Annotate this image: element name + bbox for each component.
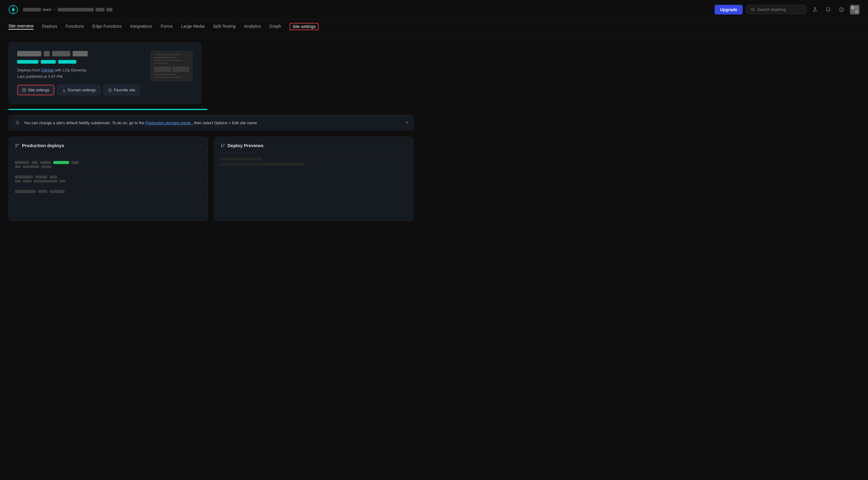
svg-point-9: [63, 90, 64, 91]
svg-marker-10: [108, 88, 112, 92]
svg-point-11: [16, 121, 19, 124]
deploy-chevron: ›: [200, 162, 202, 167]
svg-point-8: [24, 90, 25, 91]
site-card-left: Deploys from GitHub with 11ty Eleventy. …: [17, 51, 150, 95]
breadcrumb-site-blur2: [96, 8, 104, 11]
svg-point-1: [12, 9, 14, 10]
info-banner-text: You can change a site's default Netlify …: [24, 121, 407, 125]
deploy-item-content: [15, 176, 200, 182]
deploy-item[interactable]: ›: [15, 172, 202, 186]
deploy-item-content: [15, 161, 200, 168]
bulb-icon: [15, 120, 20, 125]
progress-bar-fill: [8, 109, 207, 110]
breadcrumb-sep: >: [53, 7, 56, 12]
top-bar: team > Upgrade Search anything: [0, 0, 868, 19]
site-settings-button[interactable]: Site settings: [17, 85, 54, 95]
nav-site-overview[interactable]: Site overview: [8, 24, 33, 30]
site-title: [17, 51, 150, 56]
site-actions: Site settings Domain settings Favor: [17, 85, 150, 95]
breadcrumb-team-blur: [23, 8, 41, 11]
production-domains-link[interactable]: Production domains panel: [146, 121, 192, 125]
favorite-site-button[interactable]: Favorite site: [103, 85, 140, 95]
deploy-chevron: ›: [200, 190, 202, 194]
github-link[interactable]: GitHub: [41, 68, 55, 72]
info-banner: You can change a site's default Netlify …: [8, 115, 413, 130]
breadcrumb: team >: [23, 7, 113, 12]
nav-graph[interactable]: Graph: [270, 24, 281, 29]
bell-button[interactable]: [824, 5, 833, 14]
nav-site-settings[interactable]: Site settings: [290, 23, 318, 30]
site-card: Deploys from GitHub with 11ty Eleventy. …: [8, 42, 201, 104]
flask-button[interactable]: [810, 5, 820, 14]
search-box[interactable]: Search anything: [746, 5, 807, 14]
site-meta: Deploys from GitHub with 11ty Eleventy.: [17, 68, 150, 72]
deploy-item[interactable]: ›: [15, 157, 202, 172]
logo-area: [8, 5, 18, 14]
top-bar-right: Upgrade Search anything: [715, 5, 860, 14]
cards-row: Production deploys ›: [8, 137, 413, 221]
production-deploys-title: Production deploys: [15, 143, 64, 148]
nav-deploys[interactable]: Deploys: [42, 24, 57, 29]
main-content: Deploys from GitHub with 11ty Eleventy. …: [0, 34, 422, 221]
production-deploys-chevron[interactable]: ›: [200, 144, 202, 148]
breadcrumb-site-blur3: [106, 8, 113, 11]
git-pull-request-icon: [220, 143, 225, 148]
domain-settings-button[interactable]: Domain settings: [57, 85, 100, 95]
bell-icon: [826, 7, 831, 12]
git-branch-icon: [15, 143, 20, 148]
avatar[interactable]: [850, 5, 860, 14]
svg-point-13: [18, 144, 19, 145]
star-icon: [108, 88, 112, 92]
nav-split-testing[interactable]: Split Testing: [213, 24, 236, 29]
svg-point-7: [841, 10, 841, 11]
nav-analytics[interactable]: Analytics: [244, 24, 261, 29]
breadcrumb-team-label: team: [43, 7, 52, 12]
nav-forms[interactable]: Forms: [161, 24, 173, 29]
netlify-logo: [8, 5, 18, 14]
info-banner-close[interactable]: ×: [406, 120, 408, 125]
progress-bar: [8, 109, 207, 110]
flask-icon: [812, 7, 818, 12]
nav-integrations[interactable]: Integrations: [130, 24, 152, 29]
sub-nav: Site overview Deploys Functions Edge Fun…: [0, 19, 868, 34]
nav-edge-functions[interactable]: Edge Functions: [93, 24, 122, 29]
deploy-previews-loading: [220, 157, 407, 166]
upgrade-button[interactable]: Upgrade: [715, 5, 743, 14]
deploy-chevron: ›: [200, 177, 202, 181]
deploy-item[interactable]: ›: [15, 186, 202, 198]
gear-icon-domain: [62, 88, 66, 92]
site-badges: [17, 60, 150, 64]
svg-point-4: [751, 8, 754, 10]
site-publish: Last published at 3:47 PM.: [17, 74, 150, 79]
deploy-previews-card: Deploy Previews: [214, 137, 413, 221]
nav-functions[interactable]: Functions: [66, 24, 84, 29]
breadcrumb-site-blur: [58, 8, 94, 11]
production-deploys-header: Production deploys ›: [15, 143, 202, 153]
gear-icon: [22, 88, 26, 92]
help-icon: [839, 7, 844, 12]
deploy-previews-header: Deploy Previews: [220, 143, 407, 153]
site-preview-thumbnail: [150, 51, 193, 81]
production-deploys-card: Production deploys ›: [8, 137, 208, 221]
deploy-item-content: [15, 190, 200, 194]
search-placeholder: Search anything: [757, 7, 786, 12]
nav-large-media[interactable]: Large Media: [181, 24, 205, 29]
search-icon: [751, 7, 755, 12]
svg-line-5: [753, 10, 755, 11]
deploy-previews-title: Deploy Previews: [220, 143, 264, 148]
help-button[interactable]: [837, 5, 846, 14]
